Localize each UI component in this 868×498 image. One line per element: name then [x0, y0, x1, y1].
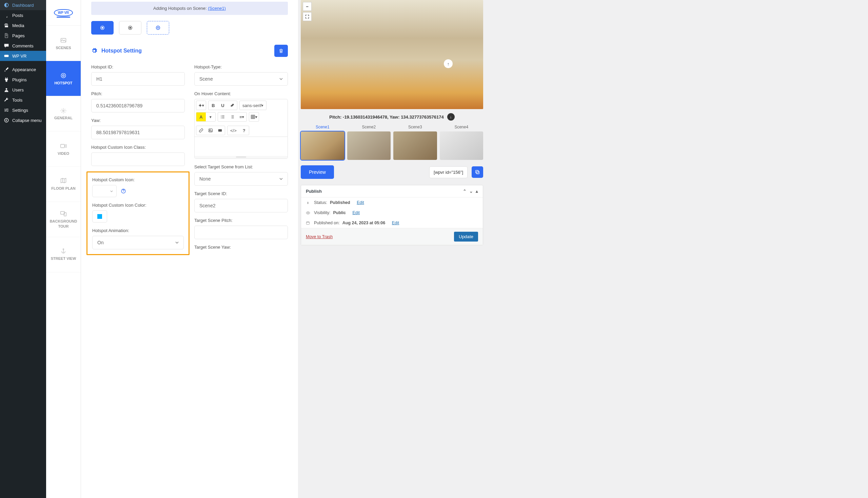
icon-class-input[interactable]: [91, 153, 185, 166]
rte-video-button[interactable]: [215, 126, 225, 135]
scene-thumb-3[interactable]: Scene3: [393, 124, 437, 160]
hotspot-type-select[interactable]: Scene: [194, 72, 288, 86]
rte-ol-button[interactable]: [228, 113, 237, 121]
panel-down-icon[interactable]: ⌄: [469, 189, 473, 194]
rte-wand-icon[interactable]: ✦▾: [196, 101, 206, 110]
field-icon-class: Hotspot Custom Icon Class:: [91, 145, 185, 166]
field-custom-icon: Hotspot Custom Icon:: [92, 177, 184, 197]
target-scene-id-input[interactable]: [194, 199, 288, 212]
vtab-scenes[interactable]: SCENES: [46, 26, 81, 61]
rte-body[interactable]: [195, 137, 288, 156]
rte-resize-handle[interactable]: [195, 156, 288, 159]
scene-thumb-2[interactable]: Scene2: [347, 124, 391, 160]
field-hotspot-id: Hotspot ID:: [91, 64, 185, 86]
hotspot-id-input[interactable]: [91, 72, 185, 86]
svg-rect-7: [61, 144, 65, 148]
rte-bold-button[interactable]: B: [208, 101, 218, 110]
scene-thumb-4[interactable]: Scene4: [440, 124, 484, 160]
menu-media[interactable]: Media: [0, 20, 46, 30]
dashboard-icon: [3, 2, 10, 8]
hotspot-tab-add[interactable]: [147, 21, 169, 35]
hotspot-settings-content: Adding Hotspots on Scene: (Scene1) Hotsp…: [81, 0, 298, 498]
vtab-video[interactable]: VIDEO: [46, 131, 81, 167]
custom-icon-dropdown[interactable]: [92, 185, 117, 197]
target-scene-list-select[interactable]: None: [194, 172, 288, 186]
vtab-bg-tour[interactable]: BACKGROUND TOUR: [46, 202, 81, 237]
adding-hotspots-banner: Adding Hotspots on Scene: (Scene1): [91, 2, 288, 15]
menu-wpvr[interactable]: WP VR: [0, 51, 46, 61]
svg-point-32: [307, 212, 308, 213]
delete-hotspot-button[interactable]: [274, 45, 288, 57]
svg-point-19: [221, 118, 221, 119]
vtab-hotspot[interactable]: HOTSPOT: [46, 61, 81, 96]
menu-comments[interactable]: Comments: [0, 41, 46, 51]
zoom-out-button[interactable]: −: [303, 2, 311, 11]
yaw-input[interactable]: [91, 126, 185, 139]
scene-link[interactable]: (Scene1): [208, 6, 226, 11]
rte-align-button[interactable]: ≡▾: [237, 113, 246, 121]
rte-font-select[interactable]: sans-serif ▾: [240, 101, 266, 110]
panel-up-icon[interactable]: ⌃: [463, 189, 467, 194]
menu-collapse[interactable]: Collapse menu: [0, 115, 46, 125]
menu-dashboard[interactable]: Dashboard: [0, 0, 46, 10]
pin-icon: [306, 200, 311, 205]
pitch-input[interactable]: [91, 99, 185, 113]
edit-visibility-link[interactable]: Edit: [352, 210, 360, 215]
rte-table-button[interactable]: ▾: [249, 113, 259, 121]
vtab-floor-plan[interactable]: FLOOR PLAN: [46, 167, 81, 202]
edit-date-link[interactable]: Edit: [392, 221, 399, 225]
svg-rect-20: [222, 116, 225, 116]
menu-tools[interactable]: Tools: [0, 95, 46, 105]
scene-preview[interactable]: − ↑: [301, 0, 483, 109]
fullscreen-button[interactable]: [303, 12, 311, 21]
rte-color-button[interactable]: A: [196, 113, 206, 121]
rte-ul-button[interactable]: [218, 113, 228, 121]
menu-appearance[interactable]: Appearance: [0, 64, 46, 75]
svg-rect-0: [4, 55, 9, 57]
hotspot-setting-title: Hotspot Setting: [101, 48, 142, 54]
pin-icon: [3, 13, 10, 18]
move-to-trash-link[interactable]: Move to Trash: [306, 234, 333, 239]
preview-panel: − ↑ Pitch: -19.136031431946478, Yaw: 134…: [298, 0, 487, 498]
scene-thumb-1[interactable]: Scene1: [301, 124, 344, 160]
panel-toggle-icon[interactable]: ▴: [476, 189, 478, 194]
rte-link-button[interactable]: [196, 126, 206, 135]
svg-rect-33: [307, 222, 309, 225]
eye-icon: [306, 211, 311, 215]
scene-hotspot-marker[interactable]: ↑: [444, 59, 452, 68]
copy-shortcode-button[interactable]: [472, 166, 483, 178]
hotspot-tab-2[interactable]: [119, 21, 141, 35]
animation-select[interactable]: On: [92, 236, 184, 249]
field-target-pitch: Target Scene Pitch:: [194, 218, 288, 239]
update-button[interactable]: Update: [454, 232, 478, 241]
edit-status-link[interactable]: Edit: [357, 200, 364, 205]
color-picker[interactable]: [92, 210, 107, 223]
rte-code-button[interactable]: </>: [228, 126, 239, 135]
help-icon[interactable]: [121, 188, 126, 194]
rte-underline-button[interactable]: U: [218, 101, 228, 110]
preview-button[interactable]: Preview: [301, 165, 334, 179]
target-scene-pitch-input[interactable]: [194, 226, 288, 239]
field-animation: Hotspot Animation: On: [92, 228, 184, 249]
menu-settings[interactable]: Settings: [0, 105, 46, 115]
vtab-general[interactable]: GENERAL: [46, 96, 81, 131]
vtab-street-view[interactable]: STREET VIEW: [46, 237, 81, 272]
comment-icon: [3, 43, 10, 49]
menu-posts[interactable]: Posts: [0, 10, 46, 20]
svg-rect-31: [476, 170, 478, 173]
svg-point-1: [6, 88, 8, 90]
menu-pages[interactable]: Pages: [0, 30, 46, 41]
calendar-icon: [306, 221, 311, 225]
rte-help-button[interactable]: ?: [239, 126, 249, 135]
rte-color-caret[interactable]: ▾: [206, 113, 215, 121]
publish-heading: Publish: [306, 189, 322, 194]
gear-icon: [91, 48, 97, 54]
menu-users[interactable]: Users: [0, 85, 46, 95]
page-icon: [3, 33, 10, 38]
rte-eraser-button[interactable]: [228, 101, 237, 110]
download-coords-button[interactable]: ↓: [447, 113, 455, 121]
hotspot-tab-1[interactable]: [91, 21, 114, 35]
rte-image-button[interactable]: [206, 126, 215, 135]
field-target-list: Select Target Scene from List: None: [194, 164, 288, 186]
menu-plugins[interactable]: Plugins: [0, 75, 46, 85]
